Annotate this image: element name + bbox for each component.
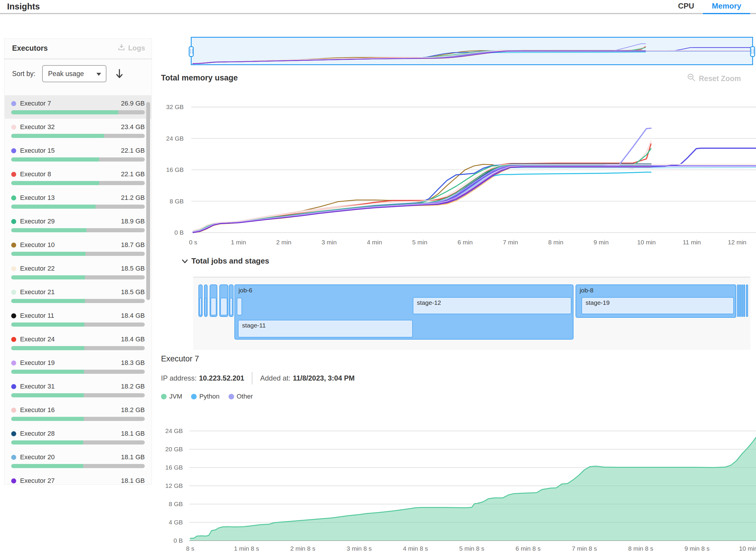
executor-list-item[interactable]: Executor 726.9 GB [5, 95, 151, 119]
executor-list-item[interactable]: Executor 1618.2 GB [5, 402, 151, 425]
mini-stage-bar[interactable] [211, 298, 216, 315]
executor-name: Executor 15 [20, 147, 121, 154]
executor-peak-value: 18.2 GB [121, 406, 145, 414]
legend-item-jvm[interactable]: JVM [161, 393, 182, 400]
stage-box-stage-19[interactable]: stage-19 [582, 297, 734, 314]
executor-color-dot [11, 219, 16, 224]
reset-zoom-label: Reset Zoom [699, 74, 741, 83]
executor-color-dot [11, 313, 16, 318]
series-s-orange [193, 167, 651, 232]
series-s-blueviolet [193, 148, 756, 232]
executor-list-item[interactable]: Executor 3118.2 GB [5, 378, 151, 402]
tab-cpu[interactable]: CPU [669, 0, 703, 14]
x-axis-tick: 12 min [728, 239, 746, 246]
executor-color-dot [11, 148, 16, 153]
executor-peak-value: 18.9 GB [121, 218, 145, 225]
mini-stage-bar[interactable] [199, 298, 202, 315]
x-axis-tick: 10 min 8 s [739, 545, 756, 552]
mini-job-bar[interactable] [737, 285, 739, 317]
executor-list-item[interactable]: Executor 822.1 GB [5, 166, 151, 189]
executor-list-item[interactable]: Executor 1918.3 GB [5, 354, 151, 378]
x-axis-tick: 8 min [548, 239, 563, 246]
executor-meta-row: IP address: 10.223.52.201 Added at: 11/8… [161, 372, 355, 384]
brush-handle-right[interactable] [750, 46, 755, 57]
sort-select[interactable]: Peak usage [42, 65, 106, 82]
executor-memory-area-chart[interactable]: 24 GB20 GB16 GB12 GB8 GB4 GB0 B8 s1 min … [161, 411, 756, 553]
y-axis-tick: 32 GB [166, 103, 184, 110]
sort-select-value: Peak usage [48, 70, 84, 78]
x-axis-tick: 4 min [367, 239, 382, 246]
executor-list-item[interactable]: Executor 2718.1 GB [5, 473, 151, 484]
mini-job-bar[interactable] [739, 285, 741, 317]
x-axis-tick: 11 min [683, 239, 701, 246]
executor-list-item[interactable]: Executor 2418.4 GB [5, 331, 151, 354]
x-axis-tick: 0 s [189, 239, 197, 246]
x-axis-tick: 8 s [186, 545, 194, 552]
executor-usage-fill [11, 181, 99, 185]
tab-memory[interactable]: Memory [703, 0, 750, 14]
executor-name: Executor 16 [20, 406, 121, 414]
mini-job-bar[interactable] [741, 285, 743, 317]
stage-box-stage-11[interactable]: stage-11 [238, 320, 413, 337]
y-axis-tick: 4 GB [169, 519, 183, 526]
executor-list-item[interactable]: Executor 2818.1 GB [5, 425, 151, 449]
executor-usage-fill [11, 393, 84, 397]
download-icon [118, 43, 125, 53]
x-axis-tick: 8 min 8 s [628, 545, 653, 552]
executor-color-dot [11, 101, 16, 106]
job-box-job-8-label: job-8 [580, 287, 594, 294]
arrow-down-icon [115, 68, 124, 80]
legend-item-python[interactable]: Python [191, 393, 220, 400]
jobs-section-toggle[interactable]: Total jobs and stages [181, 256, 269, 265]
chevron-down-icon [181, 257, 189, 265]
sort-direction-button[interactable] [113, 66, 126, 82]
series-s-lavender [193, 166, 651, 232]
executor-name: Executor 11 [20, 312, 121, 320]
y-axis-tick: 0 B [173, 537, 183, 544]
executor-peak-value: 23.4 GB [121, 123, 145, 131]
executor-peak-value: 18.5 GB [121, 265, 145, 272]
executor-list-item[interactable]: Executor 2118.5 GB [5, 284, 151, 307]
executor-list-item[interactable]: Executor 2018.1 GB [5, 449, 151, 473]
series-s-navy [193, 164, 651, 232]
reset-zoom-button[interactable]: Reset Zoom [687, 73, 741, 84]
executor-list-item[interactable]: Executor 1018.7 GB [5, 237, 151, 260]
executor-color-dot [11, 290, 16, 295]
sort-row: Sort by: Peak usage [4, 59, 152, 92]
x-axis-tick: 9 min [594, 239, 609, 246]
brush-handle-left[interactable] [189, 46, 194, 57]
mini-job-bar[interactable] [743, 285, 745, 317]
series-s-royalblue [193, 165, 651, 233]
executor-peak-value: 18.1 GB [121, 430, 145, 438]
stage-box[interactable] [237, 298, 242, 315]
executor-name: Executor 8 [20, 170, 121, 178]
ip-label: IP address: [161, 374, 197, 382]
mini-job-bar[interactable] [746, 285, 748, 317]
executor-color-dot [11, 195, 16, 201]
executor-list-item[interactable]: Executor 3223.4 GB [5, 119, 151, 142]
zoom-brush[interactable] [191, 37, 753, 65]
logs-button[interactable]: Logs [118, 43, 145, 53]
stage-box-stage-12[interactable]: stage-12 [413, 297, 572, 314]
sort-by-label: Sort by: [12, 70, 35, 78]
y-axis-tick: 24 GB [166, 135, 184, 142]
mini-stage-bar[interactable] [205, 298, 207, 315]
added-value: 11/8/2023, 3:04 PM [293, 374, 355, 382]
x-axis-tick: 2 min 8 s [290, 545, 315, 552]
executor-usage-fill [11, 346, 84, 350]
executor-list-scrollbar[interactable] [146, 102, 150, 300]
mini-stage-bar[interactable] [220, 298, 227, 315]
page-header: Insights CPUMemory [0, 0, 756, 14]
legend-item-other[interactable]: Other [229, 393, 253, 400]
total-memory-chart[interactable]: 32 GB24 GB16 GB8 GB0 B0 s1 min2 min3 min… [161, 88, 756, 249]
executor-list-item[interactable]: Executor 1321.2 GB [5, 189, 151, 213]
executor-name: Executor 10 [20, 241, 121, 249]
executor-list-item[interactable]: Executor 1118.4 GB [5, 307, 151, 331]
jobs-stages-gantt: job-6stage-12stage-11job-8stage-19 [193, 277, 750, 350]
insights-page: Insights CPUMemory Executors Logs Sort b… [0, 0, 756, 553]
series-s-medpurple [193, 166, 756, 232]
executor-list-item[interactable]: Executor 1522.1 GB [5, 142, 151, 166]
mini-stage-bar[interactable] [230, 298, 233, 315]
executor-list-item[interactable]: Executor 2918.9 GB [5, 213, 151, 237]
executor-list-item[interactable]: Executor 2218.5 GB [5, 260, 151, 284]
